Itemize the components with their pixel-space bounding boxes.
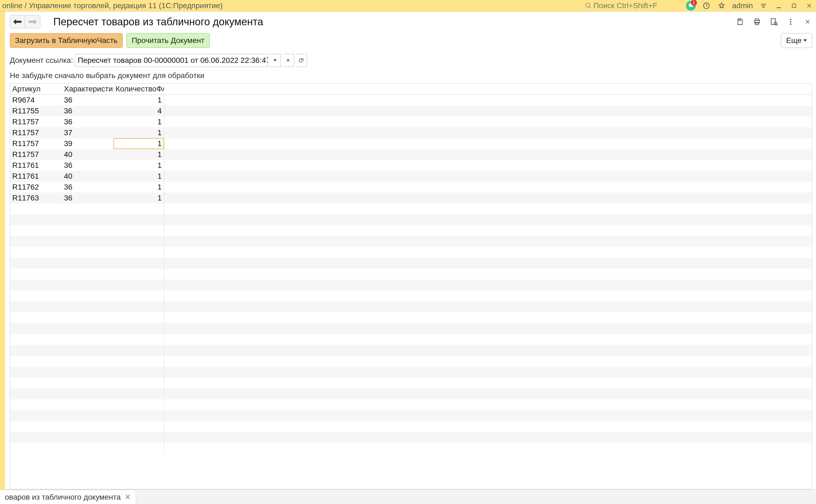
table-row[interactable] xyxy=(10,388,812,399)
read-button[interactable]: Прочитать Документ xyxy=(126,33,210,48)
table-row[interactable] xyxy=(10,378,812,388)
titlebar: online / Управление торговлей, редакция … xyxy=(0,0,816,11)
docref-input[interactable]: Пересчет товаров 00-00000001 от 06.06.20… xyxy=(75,54,268,67)
table-row[interactable] xyxy=(10,280,812,290)
svg-point-17 xyxy=(790,19,791,20)
table-row[interactable] xyxy=(10,432,812,443)
more-button[interactable]: Еще xyxy=(781,33,812,48)
close-icon[interactable] xyxy=(805,1,814,10)
table-row[interactable] xyxy=(10,410,812,421)
maximize-icon[interactable] xyxy=(789,1,799,10)
svg-rect-22 xyxy=(299,59,302,62)
table-row[interactable]: R11761361 xyxy=(10,160,812,171)
table-row[interactable] xyxy=(10,345,812,356)
nav-back-button[interactable] xyxy=(10,15,25,28)
load-button[interactable]: Загрузить в ТабличнуюЧасть xyxy=(10,33,123,48)
table-row[interactable] xyxy=(10,247,812,258)
open-icon xyxy=(298,58,304,63)
docref-label: Документ ссылка: xyxy=(10,56,73,65)
table-row[interactable] xyxy=(10,214,812,225)
save-icon[interactable] xyxy=(735,17,745,26)
table-row[interactable] xyxy=(10,421,812,432)
table-row[interactable]: R11755364 xyxy=(10,106,812,116)
col-header-empty[interactable] xyxy=(164,84,215,94)
nav-forward-button[interactable] xyxy=(25,15,40,28)
svg-point-18 xyxy=(790,21,791,22)
page-title: Пересчет товаров из табличного документа xyxy=(53,16,263,28)
col-header-empty[interactable] xyxy=(569,84,619,94)
svg-rect-14 xyxy=(771,19,775,24)
table-row[interactable]: R11757361 xyxy=(10,116,812,127)
col-header-article[interactable]: Артикул xyxy=(10,84,62,94)
menu-icon[interactable] xyxy=(759,1,768,10)
svg-rect-7 xyxy=(792,4,796,7)
docref-dropdown-button[interactable] xyxy=(270,54,281,67)
window-title: online / Управление торговлей, редакция … xyxy=(2,1,223,10)
tab-label: оваров из табличного документа xyxy=(5,493,121,502)
table-row[interactable] xyxy=(10,290,812,301)
svg-line-1 xyxy=(589,7,591,8)
table-row[interactable] xyxy=(10,356,812,367)
section-panel[interactable] xyxy=(0,11,5,489)
favorite-icon[interactable] xyxy=(717,1,726,10)
table-row[interactable] xyxy=(10,334,812,345)
col-header-empty[interactable] xyxy=(366,84,417,94)
col-header-char[interactable]: Характеристика xyxy=(62,84,113,94)
table-row[interactable] xyxy=(10,443,812,454)
docref-clear-button[interactable]: × xyxy=(283,54,294,67)
table-row[interactable] xyxy=(10,312,812,323)
table-row[interactable] xyxy=(10,225,812,236)
svg-point-0 xyxy=(586,3,590,7)
svg-point-19 xyxy=(790,23,791,25)
tabstrip: оваров из табличного документа ✕ xyxy=(0,489,816,504)
preview-icon[interactable] xyxy=(769,17,778,26)
search-box[interactable] xyxy=(585,1,686,10)
col-header-empty[interactable] xyxy=(468,84,518,94)
search-input[interactable] xyxy=(594,1,686,10)
col-header-empty[interactable] xyxy=(215,84,265,94)
col-header-empty[interactable] xyxy=(417,84,468,94)
col-header-empty[interactable] xyxy=(721,84,771,94)
minimize-icon[interactable] xyxy=(774,1,783,10)
svg-line-16 xyxy=(777,24,778,26)
more-icon[interactable] xyxy=(786,17,795,26)
table-row[interactable] xyxy=(10,399,812,410)
col-header-empty[interactable] xyxy=(316,84,366,94)
svg-rect-10 xyxy=(739,19,741,21)
notifications-icon[interactable]: 1 xyxy=(686,1,696,11)
table-row[interactable]: R11757391 xyxy=(10,138,812,149)
user-name[interactable]: admin xyxy=(732,1,753,10)
print-icon[interactable] xyxy=(752,17,762,26)
table-row[interactable] xyxy=(10,236,812,247)
search-icon xyxy=(585,2,592,9)
chevron-down-icon xyxy=(273,59,277,61)
history-icon[interactable] xyxy=(702,1,711,10)
table-row[interactable] xyxy=(10,258,812,269)
col-header-empty[interactable] xyxy=(265,84,316,94)
close-page-icon[interactable] xyxy=(803,17,812,26)
docref-open-button[interactable] xyxy=(296,54,307,67)
grid[interactable]: АртикулХарактеристикаКоличествоФАКТ R967… xyxy=(10,83,812,489)
table-row[interactable]: R11761401 xyxy=(10,171,812,182)
chevron-down-icon xyxy=(803,39,807,42)
table-row[interactable] xyxy=(10,323,812,334)
col-header-empty[interactable] xyxy=(619,84,670,94)
table-row[interactable] xyxy=(10,269,812,280)
tab-close-icon[interactable]: ✕ xyxy=(125,493,131,502)
col-header-empty[interactable] xyxy=(518,84,569,94)
hint-text: Не забудьте сначало выбрать документ для… xyxy=(10,71,812,80)
tab[interactable]: оваров из табличного документа ✕ xyxy=(0,490,136,504)
col-header-empty[interactable] xyxy=(670,84,721,94)
table-row[interactable]: R9674361 xyxy=(10,95,812,106)
table-row[interactable] xyxy=(10,301,812,312)
table-row[interactable] xyxy=(10,367,812,378)
col-header-empty[interactable] xyxy=(771,84,812,94)
table-row[interactable]: R11757401 xyxy=(10,149,812,160)
table-row[interactable] xyxy=(10,203,812,214)
table-row[interactable]: R11762361 xyxy=(10,182,812,193)
col-header-qty[interactable]: КоличествоФАКТ xyxy=(113,84,164,94)
notifications-badge: 1 xyxy=(691,0,697,6)
table-row[interactable]: R11763361 xyxy=(10,193,812,203)
table-row[interactable]: R11757371 xyxy=(10,127,812,138)
